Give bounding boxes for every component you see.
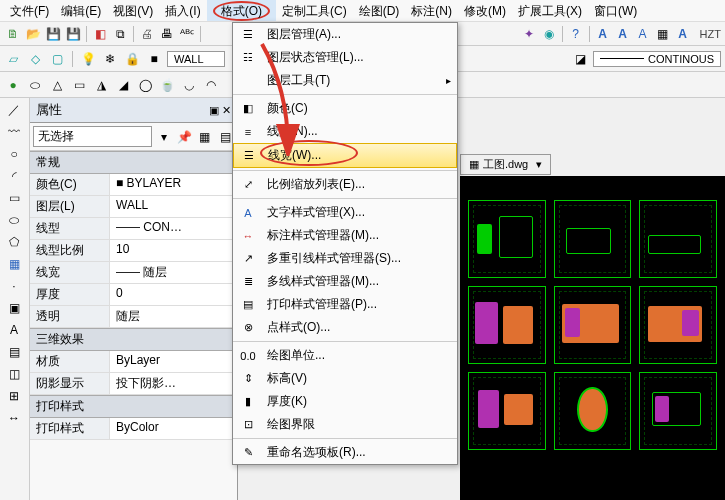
menu-insert[interactable]: 插入(I) — [159, 0, 206, 21]
menu-item-scalelist[interactable]: ⤢比例缩放列表(E)... — [233, 173, 457, 196]
box-icon[interactable]: ▭ — [70, 76, 88, 94]
rect-icon[interactable]: ▭ — [2, 188, 26, 208]
table-icon[interactable]: ▤ — [2, 342, 26, 362]
menu-edit[interactable]: 编辑(E) — [55, 0, 107, 21]
insert-icon[interactable]: ⊞ — [2, 386, 26, 406]
menu-item-mleaderstyle[interactable]: ↗多重引线样式管理器(S)... — [233, 247, 457, 270]
menu-item-layermgr[interactable]: ☰图层管理(A)... — [233, 23, 457, 46]
cone-icon[interactable]: △ — [48, 76, 66, 94]
attdef-icon[interactable]: A — [634, 25, 652, 43]
sheet-thumb[interactable] — [639, 372, 717, 450]
open-icon[interactable]: 📂 — [24, 25, 42, 43]
linetype-select[interactable]: CONTINOUS — [593, 51, 721, 67]
property-category-plot[interactable]: 打印样式 — [30, 395, 237, 418]
pyramid-icon[interactable]: ◮ — [92, 76, 110, 94]
menu-modify[interactable]: 修改(M) — [458, 0, 512, 21]
sheet-thumb[interactable] — [639, 200, 717, 278]
property-category-3d[interactable]: 三维效果 — [30, 328, 237, 351]
sheet-thumb[interactable] — [639, 286, 717, 364]
menu-item-plotstyle[interactable]: ▤打印样式管理器(P)... — [233, 293, 457, 316]
property-value[interactable]: 0 — [110, 284, 237, 305]
hatch2-icon[interactable]: ▦ — [2, 254, 26, 274]
text-a-icon[interactable]: A — [594, 25, 612, 43]
selectobj-icon[interactable]: ▦ — [195, 128, 213, 146]
menu-item-dimstyle[interactable]: ↔标注样式管理器(M)... — [233, 224, 457, 247]
menu-item-layertools[interactable]: 图层工具(T)▸ — [233, 69, 457, 92]
arc-icon[interactable]: ◜ — [2, 166, 26, 186]
teapot-icon[interactable]: 🍵 — [158, 76, 176, 94]
property-value[interactable]: ByColor — [110, 418, 237, 439]
property-category-general[interactable]: 常规 — [30, 151, 237, 174]
menu-draw[interactable]: 绘图(D) — [353, 0, 406, 21]
freeze-icon[interactable]: ❄ — [101, 50, 119, 68]
menu-item-lineweight[interactable]: ☰ 线宽(W)... — [233, 143, 457, 168]
property-value[interactable]: ■ BYLAYER — [110, 174, 237, 195]
text-icon[interactable]: A — [2, 320, 26, 340]
help-icon[interactable]: ? — [567, 25, 585, 43]
sheet-thumb[interactable] — [554, 286, 632, 364]
menu-item-mlinestyle[interactable]: ≣多线样式管理器(M)... — [233, 270, 457, 293]
hatch-icon[interactable]: ▦ — [654, 25, 672, 43]
point-icon[interactable]: · — [2, 276, 26, 296]
color-swatch-icon[interactable]: ◪ — [571, 50, 589, 68]
dish-icon[interactable]: ◡ — [180, 76, 198, 94]
menu-item-layerstate[interactable]: ☷图层状态管理(L)... — [233, 46, 457, 69]
menu-item-linetype[interactable]: ≡线型(N)... — [233, 120, 457, 143]
menu-item-elevation[interactable]: ⇕标高(V) — [233, 367, 457, 390]
menu-item-limits[interactable]: ⊡绘图界限 — [233, 413, 457, 436]
solid1-icon[interactable]: ▱ — [4, 50, 22, 68]
drawing-canvas[interactable] — [460, 176, 725, 500]
polygon-icon[interactable]: ⬠ — [2, 232, 26, 252]
layer-select[interactable]: WALL — [167, 51, 225, 67]
menu-window[interactable]: 窗口(W) — [588, 0, 643, 21]
solid2-icon[interactable]: ◇ — [26, 50, 44, 68]
layercolor-icon[interactable]: ■ — [145, 50, 163, 68]
property-value[interactable]: —— CON… — [110, 218, 237, 239]
sphere-icon[interactable]: ● — [4, 76, 22, 94]
menu-item-pointstyle[interactable]: ⊗点样式(O)... — [233, 316, 457, 339]
menu-dimension[interactable]: 标注(N) — [405, 0, 458, 21]
sheet-thumb[interactable] — [554, 200, 632, 278]
bulb-icon[interactable]: 💡 — [79, 50, 97, 68]
property-value[interactable]: ByLayer — [110, 351, 237, 372]
cylinder-icon[interactable]: ⬭ — [26, 76, 44, 94]
sheet-thumb[interactable] — [554, 372, 632, 450]
pickadd-icon[interactable]: 📌 — [176, 129, 192, 145]
menu-exttools[interactable]: 扩展工具(X) — [512, 0, 588, 21]
sheet-thumb[interactable] — [468, 372, 546, 450]
torus-icon[interactable]: ◯ — [136, 76, 154, 94]
menu-format[interactable]: 格式(O) — [207, 0, 276, 21]
text-a2-icon[interactable]: A — [614, 25, 632, 43]
region-icon[interactable]: ◫ — [2, 364, 26, 384]
menu-item-textstyle[interactable]: A文字样式管理(X)... — [233, 201, 457, 224]
properties-close-icon[interactable]: ▣ ✕ — [209, 104, 231, 117]
chevron-down-icon[interactable]: ▾ — [536, 158, 542, 171]
spell-icon[interactable]: ᴬᴮᶜ — [178, 25, 196, 43]
property-value[interactable]: —— 随层 — [110, 262, 237, 283]
print-icon[interactable]: 🖨 — [138, 25, 156, 43]
menu-file[interactable]: 文件(F) — [4, 0, 55, 21]
new-icon[interactable]: 🗎 — [4, 25, 22, 43]
plotpreview-icon[interactable]: 🖶 — [158, 25, 176, 43]
pdf-icon[interactable]: ◧ — [91, 25, 109, 43]
property-value[interactable]: 10 — [110, 240, 237, 261]
pline-icon[interactable]: 〰 — [2, 122, 26, 142]
menu-item-color[interactable]: ◧颜色(C) — [233, 97, 457, 120]
dim-icon[interactable]: ↔ — [2, 408, 26, 428]
audit-icon[interactable]: ◉ — [540, 25, 558, 43]
menu-view[interactable]: 视图(V) — [107, 0, 159, 21]
selection-dropdown[interactable]: 无选择 — [33, 126, 152, 147]
quickselect-icon[interactable]: ▾ — [155, 128, 173, 146]
property-value[interactable]: 随层 — [110, 306, 237, 327]
solid3-icon[interactable]: ▢ — [48, 50, 66, 68]
wedge-icon[interactable]: ◢ — [114, 76, 132, 94]
drawing-tab[interactable]: ▦ 工图.dwg ▾ — [460, 154, 551, 175]
property-value[interactable]: WALL — [110, 196, 237, 217]
sheet-thumb[interactable] — [468, 286, 546, 364]
lock-icon[interactable]: 🔒 — [123, 50, 141, 68]
menu-item-rename[interactable]: ✎重命名选项板(R)... — [233, 441, 457, 464]
menu-item-thickness[interactable]: ▮厚度(K) — [233, 390, 457, 413]
circle-icon[interactable]: ○ — [2, 144, 26, 164]
menu-item-units[interactable]: 0.0绘图单位... — [233, 344, 457, 367]
property-value[interactable]: 投下阴影… — [110, 373, 237, 394]
